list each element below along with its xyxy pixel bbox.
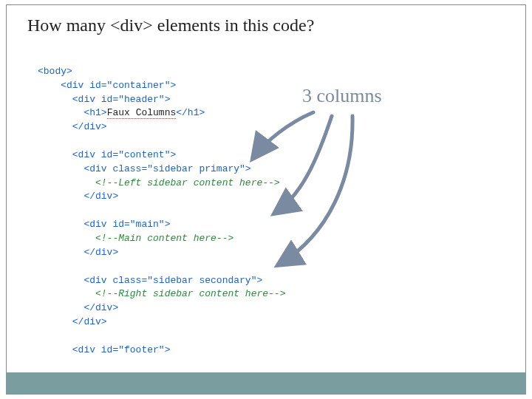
code-line: </div> — [38, 316, 107, 327]
code-line-part: <h1> — [38, 107, 107, 118]
code-comment: <!--Left sidebar content here--> — [38, 177, 280, 188]
code-text: Faux Columns — [107, 107, 177, 119]
code-line-part: </h1> — [176, 107, 205, 118]
code-line: <div id="footer"> — [38, 344, 170, 355]
code-line: <div id="container"> — [38, 80, 176, 91]
code-line: </div> — [38, 302, 118, 313]
code-line: <div id="header"> — [38, 94, 170, 105]
code-line: <div class="sidebar primary"> — [38, 163, 251, 174]
slide-bottom-bar — [6, 372, 526, 395]
handwritten-annotation: 3 columns — [302, 85, 382, 107]
code-line: <div class="sidebar secondary"> — [38, 275, 262, 286]
code-line: </div> — [38, 191, 118, 202]
code-line: </div> — [38, 121, 107, 132]
question-title: How many <div> elements in this code? — [27, 16, 314, 35]
code-line: <div id="main"> — [38, 219, 170, 230]
code-comment: <!--Main content here--> — [38, 233, 233, 244]
code-line: <div id="content"> — [38, 149, 176, 160]
code-line: </div> — [38, 247, 118, 258]
code-line: <body> — [38, 66, 72, 77]
code-comment: <!--Right sidebar content here--> — [38, 288, 285, 299]
code-block: <body> <div id="container"> <div id="hea… — [38, 51, 285, 399]
slide-frame: How many <div> elements in this code? <b… — [6, 4, 526, 374]
